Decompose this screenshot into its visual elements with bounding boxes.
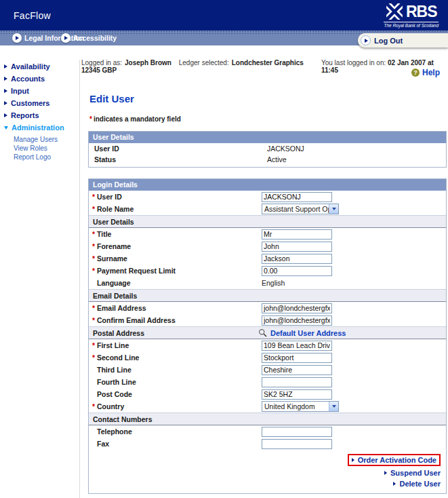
field-label: Fourth Line xyxy=(92,378,262,386)
required-asterisk: * xyxy=(92,242,97,250)
form-row: *Surname xyxy=(89,252,446,265)
required-asterisk: * xyxy=(92,230,97,238)
field-label: *Payment Request Limit xyxy=(92,267,262,275)
field-label: *Country xyxy=(92,402,262,410)
sidebar-item-input[interactable]: Input xyxy=(4,87,79,95)
sidebar-subitem-view-roles[interactable]: View Roles xyxy=(14,145,79,152)
page-title: Edit User xyxy=(89,93,447,104)
logout-label: Log Out xyxy=(374,37,403,45)
chevron-down-icon xyxy=(4,126,8,130)
logout-tab[interactable]: Log Out xyxy=(358,33,448,47)
second-line-input[interactable] xyxy=(262,353,332,363)
sidebar-item-accounts[interactable]: Accounts xyxy=(4,75,79,83)
subheader-user-details: User Details xyxy=(89,215,446,228)
user-id-input[interactable] xyxy=(262,192,332,202)
subheader-contact-numbers: Contact Numbers xyxy=(89,413,446,425)
post-code-input[interactable] xyxy=(262,389,332,400)
table-row: User ID JACKSONJ xyxy=(89,143,446,154)
chevron-right-icon xyxy=(384,471,387,475)
required-asterisk: * xyxy=(92,205,97,213)
nav-accessibility-label: Accessibility xyxy=(73,34,117,42)
app-header: FacFlow RBS The Royal Bank of Scotland xyxy=(0,0,448,31)
default-user-address-link[interactable]: Default User Address xyxy=(258,328,346,337)
field-label: *Second Line xyxy=(92,353,262,362)
arrow-right-icon xyxy=(361,35,371,45)
form-row: *Country United Kingdom xyxy=(89,400,446,413)
chevron-right-icon xyxy=(4,101,7,105)
user-details-header: User Details xyxy=(89,132,446,143)
form-row: Fourth Line xyxy=(89,376,446,388)
form-row: Post Code xyxy=(89,388,446,400)
required-asterisk: * xyxy=(92,193,97,201)
logged-in-label: Logged in as: xyxy=(81,59,122,66)
fourth-line-input[interactable] xyxy=(262,377,332,387)
session-status-bar: Logged in as:Joseph Brown Ledger selecte… xyxy=(81,59,443,74)
order-activation-code-highlight: Order Activation Code xyxy=(348,454,441,466)
form-row: Language English xyxy=(89,277,446,289)
subheader-email-details: Email Details xyxy=(89,289,446,302)
form-row: *Second Line xyxy=(89,351,446,364)
field-label: *Confirm Email Address xyxy=(92,316,262,324)
required-asterisk: * xyxy=(92,254,97,263)
confirm-email-address-input[interactable] xyxy=(262,315,332,326)
session-info: Logged in as:Joseph Brown Ledger selecte… xyxy=(81,59,321,74)
field-label: Post Code xyxy=(92,390,262,398)
nav-accessibility[interactable]: Accessibility xyxy=(61,31,117,45)
email-address-input[interactable] xyxy=(262,303,332,313)
form-row: *Email Address xyxy=(89,302,446,314)
row-label: User ID xyxy=(89,145,267,153)
help-link[interactable]: Help xyxy=(411,68,440,77)
suspend-user-link[interactable]: Suspend User xyxy=(384,469,441,477)
telephone-input[interactable] xyxy=(262,427,332,437)
chevron-right-icon xyxy=(352,458,354,462)
logged-in-value: Joseph Brown xyxy=(125,59,171,66)
ledger-label: Ledger selected: xyxy=(179,59,229,66)
sidebar-item-reports[interactable]: Reports xyxy=(4,111,79,119)
form-row: *First Line xyxy=(89,339,446,351)
country-select[interactable]: United Kingdom xyxy=(262,401,339,412)
required-asterisk: * xyxy=(92,353,97,362)
field-label: *Role Name xyxy=(92,205,262,213)
chevron-right-icon xyxy=(4,89,7,93)
first-line-input[interactable] xyxy=(262,341,332,351)
table-row: Status Active xyxy=(89,154,446,165)
chevron-right-icon xyxy=(4,77,7,81)
sidebar-subitem-report-logo[interactable]: Report Logo xyxy=(14,153,79,161)
third-line-input[interactable] xyxy=(262,365,332,375)
form-row: Telephone xyxy=(89,425,446,438)
payment-request-limit-input[interactable] xyxy=(262,266,332,276)
app-title: FacFlow xyxy=(14,10,51,21)
user-details-table: User Details User ID JACKSONJ Status Act… xyxy=(88,131,447,168)
row-value: JACKSONJ xyxy=(267,145,446,153)
required-asterisk: * xyxy=(89,115,92,123)
arrow-right-icon xyxy=(61,33,70,43)
forename-input[interactable] xyxy=(262,242,332,252)
form-row: *User ID xyxy=(89,191,446,203)
row-value: Active xyxy=(267,155,446,164)
field-label: *Surname xyxy=(92,254,262,263)
role-name-select[interactable]: Assistant Support Operator xyxy=(262,204,339,214)
search-icon xyxy=(258,328,267,337)
form-row: Fax xyxy=(89,438,446,450)
sidebar-item-availability[interactable]: Availability xyxy=(4,62,79,71)
order-activation-code-link[interactable]: Order Activation Code xyxy=(352,456,436,464)
rbs-daisy-icon xyxy=(386,3,403,20)
delete-user-link[interactable]: Delete User xyxy=(393,480,441,488)
field-label: *Forename xyxy=(92,242,262,250)
field-label: *User ID xyxy=(92,193,262,201)
required-asterisk: * xyxy=(92,304,97,312)
fax-input[interactable] xyxy=(262,439,332,449)
surname-input[interactable] xyxy=(262,254,332,264)
sidebar-item-customers[interactable]: Customers xyxy=(4,99,79,107)
field-label: *First Line xyxy=(92,341,262,349)
form-row: *Confirm Email Address xyxy=(89,314,446,326)
sidebar-item-administration[interactable]: Administration xyxy=(4,123,79,132)
mandatory-note: *indicates a mandatory field xyxy=(89,115,447,123)
field-label: *Email Address xyxy=(92,304,262,312)
sidebar-subitem-manage-users[interactable]: Manage Users xyxy=(14,136,79,143)
title-input[interactable] xyxy=(262,229,332,240)
required-asterisk: * xyxy=(92,267,97,275)
field-label: Fax xyxy=(92,440,262,448)
chevron-right-icon xyxy=(393,482,396,486)
field-label: Third Line xyxy=(92,366,262,374)
